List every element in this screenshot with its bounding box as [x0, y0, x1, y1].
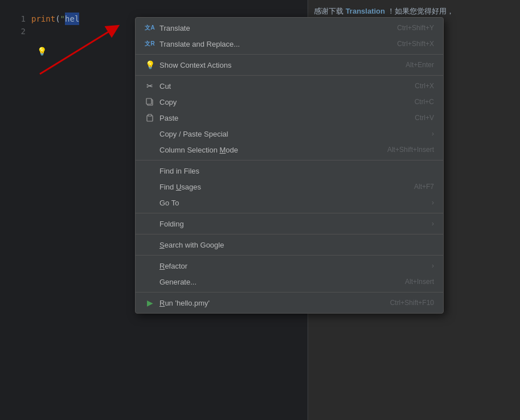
lightbulb-icon: 💡 [145, 60, 155, 70]
copy-icon [145, 97, 155, 107]
empty-icon [145, 219, 155, 229]
menu-item-label-folding: Folding [159, 220, 184, 228]
menu-shortcut-copy: Ctrl+C [415, 98, 434, 106]
empty-icon [145, 182, 155, 192]
menu-item-label-paste: Paste [159, 114, 178, 122]
menu-item-label-go-to: Go To [159, 199, 179, 207]
menu-item-label-context-actions: Show Context Actions [159, 61, 231, 69]
scissors-icon: ✂ [145, 81, 155, 91]
panel-translation-link: Translation [346, 7, 385, 15]
menu-item-translate-replace[interactable]: 文RTranslate and Replace...Ctrl+Shift+X [136, 36, 443, 52]
menu-shortcut-find-usages: Alt+F7 [414, 183, 434, 191]
empty-icon [145, 261, 155, 271]
menu-item-left-translate-replace: 文RTranslate and Replace... [145, 39, 240, 49]
menu-item-label-translate-replace: Translate and Replace... [159, 40, 240, 48]
menu-item-context-actions[interactable]: 💡Show Context ActionsAlt+Enter [136, 57, 443, 73]
menu-item-left-paste: Paste [145, 113, 178, 123]
menu-submenu-arrow-folding: › [432, 220, 434, 228]
menu-item-copy[interactable]: CopyCtrl+C [136, 94, 443, 110]
menu-shortcut-paste: Ctrl+V [415, 114, 434, 122]
menu-item-label-refactor: Refactor [159, 262, 187, 270]
menu-shortcut-translate-replace: Ctrl+Shift+X [397, 40, 434, 48]
menu-submenu-arrow-refactor: › [432, 262, 434, 270]
menu-item-left-refactor: Refactor [145, 261, 187, 271]
menu-item-left-find-in-files: Find in Files [145, 166, 199, 176]
code-string: " [60, 13, 65, 25]
line-number-1: 1 [0, 13, 31, 25]
panel-greeting: 感谢下载 [314, 7, 343, 15]
menu-item-label-find-usages: Find Usages [159, 183, 201, 191]
empty-icon [145, 197, 155, 208]
line-numbers: 1 2 [0, 0, 31, 420]
empty-icon [145, 129, 155, 139]
menu-shortcut-translate: Ctrl+Shift+Y [397, 24, 434, 32]
menu-item-left-run: ▶Run 'hello.pmy' [145, 298, 210, 308]
empty-icon [145, 277, 155, 287]
svg-rect-5 [148, 114, 152, 116]
code-keyword-print: print [31, 13, 55, 25]
lightbulb-icon[interactable]: 💡 [37, 47, 47, 56]
menu-item-label-column-selection: Column Selection Mode [159, 146, 238, 154]
menu-item-go-to[interactable]: Go To› [136, 195, 443, 211]
menu-item-label-generate: Generate... [159, 278, 196, 286]
menu-separator [136, 234, 443, 234]
menu-item-left-folding: Folding [145, 219, 184, 229]
menu-item-left-generate: Generate... [145, 277, 196, 287]
menu-separator [136, 54, 443, 55]
menu-item-left-copy: Copy [145, 97, 177, 107]
empty-icon [145, 145, 155, 155]
svg-rect-3 [146, 98, 152, 104]
menu-item-copy-paste-special[interactable]: Copy / Paste Special› [136, 126, 443, 142]
menu-item-left-column-selection: Column Selection Mode [145, 145, 238, 155]
menu-separator [136, 255, 443, 256]
line-number-2: 2 [0, 25, 31, 38]
panel-exclamation: ！如果您觉得好用， [387, 7, 454, 15]
menu-item-cut[interactable]: ✂CutCtrl+X [136, 78, 443, 94]
menu-separator [136, 213, 443, 213]
menu-item-label-translate: Translate [159, 24, 190, 32]
context-menu: 文ATranslateCtrl+Shift+Y文RTranslate and R… [135, 17, 444, 314]
menu-shortcut-run: Ctrl+Shift+F10 [390, 299, 434, 307]
translate-replace-icon: 文R [145, 39, 155, 49]
menu-item-label-cut: Cut [159, 82, 171, 90]
menu-shortcut-generate: Alt+Insert [405, 278, 434, 286]
menu-item-find-in-files[interactable]: Find in Files [136, 163, 443, 179]
menu-separator [136, 75, 443, 76]
menu-item-generate[interactable]: Generate...Alt+Insert [136, 274, 443, 290]
menu-item-run[interactable]: ▶Run 'hello.pmy'Ctrl+Shift+F10 [136, 295, 443, 311]
menu-item-left-go-to: Go To [145, 197, 179, 208]
menu-item-translate[interactable]: 文ATranslateCtrl+Shift+Y [136, 20, 443, 36]
menu-separator [136, 292, 443, 293]
panel-line-1: 感谢下载 Translation ！如果您觉得好用， [314, 6, 514, 18]
menu-item-label-copy-paste-special: Copy / Paste Special [159, 130, 228, 138]
menu-item-left-find-usages: Find Usages [145, 182, 201, 192]
menu-item-paste[interactable]: PasteCtrl+V [136, 110, 443, 126]
menu-item-label-run: Run 'hello.pmy' [159, 299, 210, 307]
menu-submenu-arrow-go-to: › [432, 199, 434, 207]
menu-item-find-usages[interactable]: Find UsagesAlt+F7 [136, 179, 443, 195]
menu-item-column-selection[interactable]: Column Selection ModeAlt+Shift+Insert [136, 142, 443, 158]
menu-item-folding[interactable]: Folding› [136, 216, 443, 232]
menu-item-label-find-in-files: Find in Files [159, 167, 199, 175]
menu-item-left-translate: 文ATranslate [145, 23, 190, 33]
menu-item-left-context-actions: 💡Show Context Actions [145, 60, 231, 70]
menu-item-search-google[interactable]: Search with Google [136, 237, 443, 253]
menu-item-left-copy-paste-special: Copy / Paste Special [145, 129, 228, 139]
run-icon: ▶ [145, 298, 155, 308]
menu-item-refactor[interactable]: Refactor› [136, 258, 443, 274]
empty-icon [145, 166, 155, 176]
translate-icon: 文A [145, 23, 155, 33]
paste-icon [145, 113, 155, 123]
menu-shortcut-cut: Ctrl+X [415, 82, 434, 90]
menu-item-left-search-google: Search with Google [145, 240, 224, 250]
menu-separator [136, 160, 443, 160]
menu-submenu-arrow-copy-paste-special: › [432, 130, 434, 138]
menu-shortcut-context-actions: Alt+Enter [406, 61, 434, 69]
code-selected-text: hel [65, 13, 79, 25]
menu-shortcut-column-selection: Alt+Shift+Insert [387, 146, 434, 154]
menu-item-label-copy: Copy [159, 98, 177, 106]
menu-item-label-search-google: Search with Google [159, 241, 224, 249]
menu-item-left-cut: ✂Cut [145, 81, 171, 91]
empty-icon [145, 240, 155, 250]
